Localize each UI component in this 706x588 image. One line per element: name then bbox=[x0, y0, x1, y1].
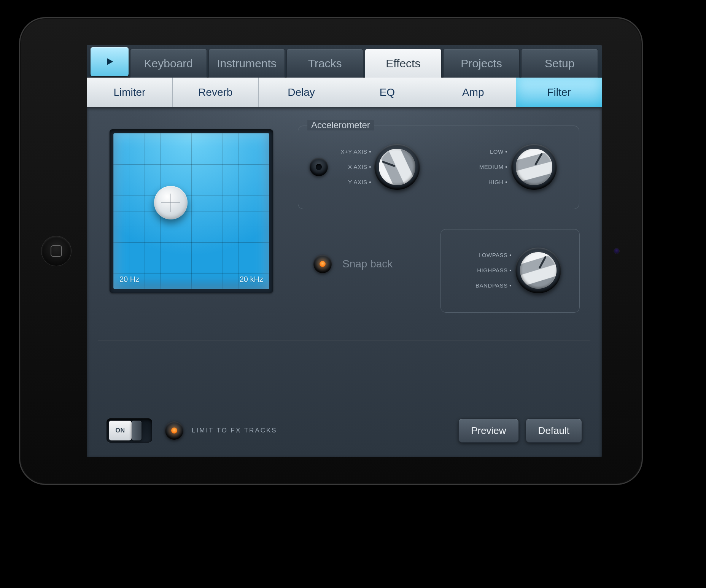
xy-puck[interactable] bbox=[154, 186, 188, 219]
play-button[interactable] bbox=[91, 47, 129, 76]
tab-setup[interactable]: Setup bbox=[521, 49, 598, 78]
play-icon bbox=[104, 56, 115, 67]
xy-min-label: 20 Hz bbox=[119, 275, 139, 284]
xy-pad[interactable]: 20 Hz 20 kHz bbox=[113, 133, 269, 289]
subtab-delay[interactable]: Delay bbox=[259, 78, 345, 107]
divider bbox=[98, 340, 590, 340]
effects-subnav: LimiterReverbDelayEQAmpFilter bbox=[87, 78, 602, 107]
axis-knob[interactable] bbox=[374, 144, 420, 190]
default-button[interactable]: Default bbox=[526, 418, 582, 443]
home-button[interactable] bbox=[41, 236, 72, 266]
xy-pad-frame: 20 Hz 20 kHz bbox=[110, 129, 273, 293]
main-nav: KeyboardInstrumentsTracksEffectsProjects… bbox=[87, 45, 602, 78]
filter-type-knob[interactable] bbox=[515, 248, 561, 293]
tab-instruments[interactable]: Instruments bbox=[208, 49, 285, 78]
filter-type-group: LOWPASS HIGHPASS BANDPASS bbox=[440, 229, 580, 313]
snap-back-label: Snap back bbox=[342, 258, 393, 270]
app-screen: KeyboardInstrumentsTracksEffectsProjects… bbox=[87, 45, 602, 457]
limit-fx-label: LIMIT TO FX TRACKS bbox=[192, 427, 277, 434]
subtab-limiter[interactable]: Limiter bbox=[87, 78, 173, 107]
filter-panel: 20 Hz 20 kHz Accelerometer X+Y AXIS X AX… bbox=[87, 107, 602, 457]
subtab-amp[interactable]: Amp bbox=[430, 78, 516, 107]
filter-type-labels: LOWPASS HIGHPASS BANDPASS bbox=[452, 248, 512, 293]
limit-fx-row: LIMIT TO FX TRACKS bbox=[165, 421, 277, 440]
tablet-frame: KeyboardInstrumentsTracksEffectsProjects… bbox=[19, 17, 643, 485]
power-switch[interactable]: ON bbox=[107, 418, 152, 443]
power-switch-handle bbox=[132, 421, 142, 440]
tab-projects[interactable]: Projects bbox=[443, 49, 520, 78]
power-switch-label: ON bbox=[109, 421, 132, 440]
bottom-bar: ON LIMIT TO FX TRACKS Preview Default bbox=[87, 404, 602, 457]
xy-max-label: 20 kHz bbox=[240, 275, 263, 284]
snap-back-toggle[interactable] bbox=[313, 255, 332, 273]
subtab-filter[interactable]: Filter bbox=[516, 78, 602, 107]
accelerometer-title: Accelerometer bbox=[307, 120, 374, 130]
axis-knob-labels: X+Y AXIS X AXIS Y AXIS bbox=[314, 144, 371, 190]
subtab-eq[interactable]: EQ bbox=[344, 78, 430, 107]
preview-button[interactable]: Preview bbox=[458, 418, 518, 443]
subtab-reverb[interactable]: Reverb bbox=[173, 78, 259, 107]
limit-fx-toggle[interactable] bbox=[165, 421, 183, 440]
camera-icon bbox=[614, 248, 620, 254]
sensitivity-knob-labels: LOW MEDIUM HIGH bbox=[454, 144, 507, 190]
accelerometer-group: Accelerometer X+Y AXIS X AXIS Y AXIS LOW… bbox=[298, 126, 579, 209]
tab-keyboard[interactable]: Keyboard bbox=[130, 49, 207, 78]
sensitivity-knob[interactable] bbox=[511, 144, 557, 190]
snap-back-row: Snap back bbox=[313, 255, 393, 273]
tab-effects[interactable]: Effects bbox=[365, 49, 442, 78]
tab-tracks[interactable]: Tracks bbox=[286, 49, 363, 78]
